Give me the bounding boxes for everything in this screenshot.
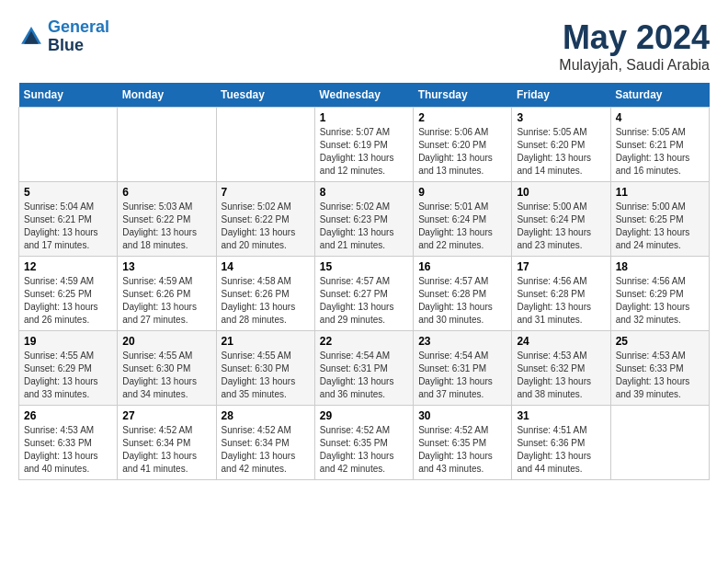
day-info: Sunrise: 4:53 AM Sunset: 6:32 PM Dayligh… xyxy=(517,350,605,401)
day-info: Sunrise: 5:02 AM Sunset: 6:23 PM Dayligh… xyxy=(320,201,408,252)
day-number: 9 xyxy=(418,186,506,199)
day-info: Sunrise: 5:04 AM Sunset: 6:21 PM Dayligh… xyxy=(24,201,112,252)
day-number: 26 xyxy=(24,409,112,422)
day-info: Sunrise: 4:55 AM Sunset: 6:30 PM Dayligh… xyxy=(122,350,210,401)
day-number: 17 xyxy=(517,260,605,273)
main-title: May 2024 xyxy=(559,18,710,57)
day-info: Sunrise: 4:57 AM Sunset: 6:27 PM Dayligh… xyxy=(320,275,408,327)
day-info: Sunrise: 4:52 AM Sunset: 6:34 PM Dayligh… xyxy=(122,424,210,476)
calendar-day-cell: 15Sunrise: 4:57 AM Sunset: 6:27 PM Dayli… xyxy=(314,257,413,331)
day-info: Sunrise: 5:00 AM Sunset: 6:25 PM Dayligh… xyxy=(616,201,704,252)
day-info: Sunrise: 5:05 AM Sunset: 6:20 PM Dayligh… xyxy=(517,126,605,178)
day-info: Sunrise: 4:59 AM Sunset: 6:26 PM Dayligh… xyxy=(122,275,210,327)
day-info: Sunrise: 5:05 AM Sunset: 6:21 PM Dayligh… xyxy=(616,126,704,178)
calendar-day-cell: 24Sunrise: 4:53 AM Sunset: 6:32 PM Dayli… xyxy=(512,331,610,406)
calendar-day-cell: 14Sunrise: 4:58 AM Sunset: 6:26 PM Dayli… xyxy=(216,257,314,331)
calendar-day-cell: 1Sunrise: 5:07 AM Sunset: 6:19 PM Daylig… xyxy=(314,108,413,182)
day-number: 23 xyxy=(418,335,506,348)
day-info: Sunrise: 4:55 AM Sunset: 6:30 PM Dayligh… xyxy=(222,350,310,401)
day-number: 25 xyxy=(616,335,704,348)
day-number: 10 xyxy=(517,186,605,199)
calendar-body: 1Sunrise: 5:07 AM Sunset: 6:19 PM Daylig… xyxy=(19,108,710,480)
day-number: 27 xyxy=(122,409,210,422)
calendar-day-cell xyxy=(216,108,314,182)
day-info: Sunrise: 4:52 AM Sunset: 6:34 PM Dayligh… xyxy=(222,424,310,476)
day-number: 16 xyxy=(418,260,506,273)
title-block: May 2024 Mulayjah, Saudi Arabia xyxy=(559,18,710,74)
weekday-header-cell: Friday xyxy=(512,83,610,108)
day-info: Sunrise: 5:03 AM Sunset: 6:22 PM Dayligh… xyxy=(122,201,210,252)
day-number: 22 xyxy=(320,335,408,348)
day-number: 15 xyxy=(320,260,408,273)
calendar-day-cell: 3Sunrise: 5:05 AM Sunset: 6:20 PM Daylig… xyxy=(512,108,610,182)
calendar-day-cell: 7Sunrise: 5:02 AM Sunset: 6:22 PM Daylig… xyxy=(216,182,314,257)
day-info: Sunrise: 4:54 AM Sunset: 6:31 PM Dayligh… xyxy=(320,350,408,401)
calendar-week-row: 1Sunrise: 5:07 AM Sunset: 6:19 PM Daylig… xyxy=(19,108,710,182)
day-info: Sunrise: 5:01 AM Sunset: 6:24 PM Dayligh… xyxy=(418,201,506,252)
day-info: Sunrise: 4:56 AM Sunset: 6:29 PM Dayligh… xyxy=(616,275,704,327)
day-number: 8 xyxy=(320,186,408,199)
day-info: Sunrise: 5:07 AM Sunset: 6:19 PM Dayligh… xyxy=(320,126,408,178)
day-info: Sunrise: 4:51 AM Sunset: 6:36 PM Dayligh… xyxy=(517,424,605,476)
day-number: 28 xyxy=(222,409,310,422)
calendar-day-cell: 12Sunrise: 4:59 AM Sunset: 6:25 PM Dayli… xyxy=(19,257,118,331)
weekday-header-cell: Thursday xyxy=(414,83,512,108)
day-info: Sunrise: 4:54 AM Sunset: 6:31 PM Dayligh… xyxy=(418,350,506,401)
calendar-day-cell: 13Sunrise: 4:59 AM Sunset: 6:26 PM Dayli… xyxy=(118,257,216,331)
day-info: Sunrise: 4:52 AM Sunset: 6:35 PM Dayligh… xyxy=(320,424,408,476)
weekday-header-cell: Saturday xyxy=(610,83,709,108)
day-number: 29 xyxy=(320,409,408,422)
logo: General Blue xyxy=(18,18,109,55)
calendar-day-cell: 5Sunrise: 5:04 AM Sunset: 6:21 PM Daylig… xyxy=(19,182,118,257)
calendar-day-cell xyxy=(610,406,709,480)
day-number: 1 xyxy=(320,111,408,124)
page-header: General Blue May 2024 Mulayjah, Saudi Ar… xyxy=(18,18,710,74)
calendar-day-cell: 2Sunrise: 5:06 AM Sunset: 6:20 PM Daylig… xyxy=(414,108,512,182)
calendar-table: SundayMondayTuesdayWednesdayThursdayFrid… xyxy=(18,83,710,480)
weekday-header-cell: Monday xyxy=(118,83,216,108)
day-number: 2 xyxy=(418,111,506,124)
day-number: 13 xyxy=(122,260,210,273)
day-number: 19 xyxy=(24,335,112,348)
calendar-day-cell: 6Sunrise: 5:03 AM Sunset: 6:22 PM Daylig… xyxy=(118,182,216,257)
calendar-day-cell: 28Sunrise: 4:52 AM Sunset: 6:34 PM Dayli… xyxy=(216,406,314,480)
calendar-week-row: 26Sunrise: 4:53 AM Sunset: 6:33 PM Dayli… xyxy=(19,406,710,480)
weekday-header-row: SundayMondayTuesdayWednesdayThursdayFrid… xyxy=(19,83,710,108)
weekday-header-cell: Sunday xyxy=(19,83,118,108)
calendar-day-cell: 18Sunrise: 4:56 AM Sunset: 6:29 PM Dayli… xyxy=(610,257,709,331)
day-info: Sunrise: 5:00 AM Sunset: 6:24 PM Dayligh… xyxy=(517,201,605,252)
calendar-day-cell: 10Sunrise: 5:00 AM Sunset: 6:24 PM Dayli… xyxy=(512,182,610,257)
day-info: Sunrise: 4:53 AM Sunset: 6:33 PM Dayligh… xyxy=(616,350,704,401)
day-info: Sunrise: 5:06 AM Sunset: 6:20 PM Dayligh… xyxy=(418,126,506,178)
day-number: 12 xyxy=(24,260,112,273)
calendar-day-cell xyxy=(118,108,216,182)
day-number: 18 xyxy=(616,260,704,273)
calendar-day-cell: 17Sunrise: 4:56 AM Sunset: 6:28 PM Dayli… xyxy=(512,257,610,331)
day-info: Sunrise: 5:02 AM Sunset: 6:22 PM Dayligh… xyxy=(222,201,310,252)
day-info: Sunrise: 4:57 AM Sunset: 6:28 PM Dayligh… xyxy=(418,275,506,327)
day-number: 7 xyxy=(222,186,310,199)
day-info: Sunrise: 4:53 AM Sunset: 6:33 PM Dayligh… xyxy=(24,424,112,476)
calendar-day-cell: 23Sunrise: 4:54 AM Sunset: 6:31 PM Dayli… xyxy=(414,331,512,406)
day-number: 5 xyxy=(24,186,112,199)
calendar-day-cell: 25Sunrise: 4:53 AM Sunset: 6:33 PM Dayli… xyxy=(610,331,709,406)
day-info: Sunrise: 4:59 AM Sunset: 6:25 PM Dayligh… xyxy=(24,275,112,327)
calendar-day-cell: 30Sunrise: 4:52 AM Sunset: 6:35 PM Dayli… xyxy=(414,406,512,480)
calendar-day-cell: 9Sunrise: 5:01 AM Sunset: 6:24 PM Daylig… xyxy=(414,182,512,257)
calendar-day-cell: 21Sunrise: 4:55 AM Sunset: 6:30 PM Dayli… xyxy=(216,331,314,406)
day-number: 11 xyxy=(616,186,704,199)
day-number: 24 xyxy=(517,335,605,348)
sub-title: Mulayjah, Saudi Arabia xyxy=(559,57,710,74)
weekday-header-cell: Wednesday xyxy=(314,83,413,108)
calendar-day-cell: 4Sunrise: 5:05 AM Sunset: 6:21 PM Daylig… xyxy=(610,108,709,182)
calendar-day-cell xyxy=(19,108,118,182)
day-number: 4 xyxy=(616,111,704,124)
day-info: Sunrise: 4:52 AM Sunset: 6:35 PM Dayligh… xyxy=(418,424,506,476)
day-number: 31 xyxy=(517,409,605,422)
calendar-day-cell: 26Sunrise: 4:53 AM Sunset: 6:33 PM Dayli… xyxy=(19,406,118,480)
calendar-day-cell: 20Sunrise: 4:55 AM Sunset: 6:30 PM Dayli… xyxy=(118,331,216,406)
day-number: 6 xyxy=(122,186,210,199)
calendar-day-cell: 22Sunrise: 4:54 AM Sunset: 6:31 PM Dayli… xyxy=(314,331,413,406)
calendar-day-cell: 31Sunrise: 4:51 AM Sunset: 6:36 PM Dayli… xyxy=(512,406,610,480)
calendar-week-row: 12Sunrise: 4:59 AM Sunset: 6:25 PM Dayli… xyxy=(19,257,710,331)
